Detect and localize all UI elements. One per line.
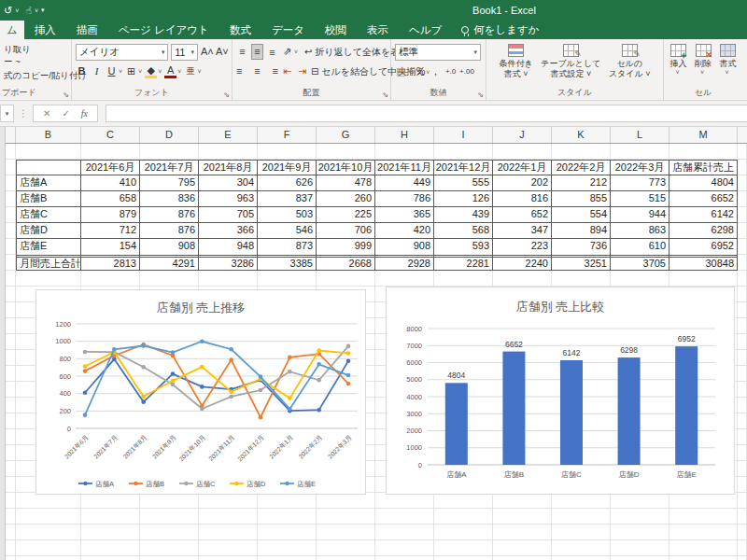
cell[interactable]: 439 [434,207,493,223]
cell[interactable]: 304 [199,175,258,191]
cell[interactable]: 873 [258,239,317,255]
column-header-M[interactable]: M [669,127,738,143]
column-header-G[interactable]: G [317,127,375,143]
cell[interactable] [81,271,140,287]
cell[interactable]: 3251 [552,255,611,271]
cell[interactable]: 610 [611,239,669,255]
enter-icon[interactable]: ✓ [62,108,69,119]
cell[interactable]: 2281 [434,255,493,271]
cell[interactable] [611,144,669,160]
cell[interactable]: 6142 [669,207,738,223]
cell[interactable]: 786 [375,191,434,207]
cell[interactable]: 30848 [669,255,738,271]
currency-dropdown-icon[interactable]: ˅ [408,68,412,75]
cell[interactable]: 999 [317,239,375,255]
cell[interactable] [669,509,738,525]
cell[interactable] [669,271,738,287]
cell[interactable] [493,509,552,525]
cell[interactable] [258,144,317,160]
cell[interactable] [552,144,611,160]
cell[interactable]: 712 [81,223,140,239]
cancel-icon[interactable]: ✕ [43,108,50,119]
cell[interactable] [81,144,140,160]
cell[interactable]: 4291 [140,255,199,271]
fill-color-dropdown-icon[interactable]: ˅ [158,68,162,75]
column-header-L[interactable]: L [611,127,669,143]
cell[interactable]: 6298 [669,223,738,239]
cell[interactable] [493,556,552,560]
cell[interactable] [317,144,375,160]
borders-dropdown-icon[interactable]: ˅ [138,68,142,75]
number-format-select[interactable]: 標準▾ [395,44,481,61]
cell[interactable] [434,493,493,509]
borders-button[interactable]: ⊞ [125,64,137,78]
cell[interactable]: 837 [258,191,317,207]
customize-qat-icon[interactable]: ▾ [41,7,45,14]
cell[interactable] [140,525,199,540]
cell[interactable] [611,509,669,525]
cell[interactable]: 154 [81,239,140,255]
cell[interactable]: 223 [493,239,552,255]
underline-button[interactable]: U [106,64,118,78]
cell[interactable]: 2021年6月 [81,160,140,175]
tab-insert[interactable]: 挿入 [24,21,66,39]
cell[interactable] [199,540,258,556]
cell[interactable]: 876 [140,223,199,239]
redo-icon[interactable]: ↺ [4,5,12,17]
cell[interactable]: 店舗累計売上 [669,160,738,175]
cell[interactable]: 店舗B [16,191,81,207]
cell[interactable] [16,160,81,175]
cell[interactable] [611,271,669,287]
cell[interactable]: 795 [140,175,199,191]
bar-chart[interactable]: 店舗別 売上比較01000200030004000500060007000800… [386,287,735,495]
cell[interactable] [199,525,258,540]
align-left-button[interactable]: ≡ [236,64,248,78]
cell[interactable] [434,540,493,556]
cell[interactable]: 2668 [317,255,375,271]
tab-formulas[interactable]: 数式 [219,21,261,39]
cell[interactable]: 月間売上合計 [16,255,81,271]
cell[interactable]: 2021年10月 [317,160,375,175]
cell[interactable] [552,509,611,525]
increase-indent-button[interactable]: ⇥ [296,64,308,78]
line-chart[interactable]: 店舗別 売上推移0200400600800100012002021年6月2021… [35,289,366,495]
cell[interactable]: 212 [552,175,611,191]
format-painter-button[interactable]: 式のコピー/貼り付け [4,69,67,81]
underline-dropdown-icon[interactable]: ˅ [119,68,122,75]
decrease-indent-button[interactable]: ⇤ [281,64,293,78]
cell[interactable]: 6952 [669,239,738,255]
cell[interactable]: 2021年11月 [375,160,434,175]
cell[interactable]: 260 [317,191,375,207]
format-as-table-button[interactable]: ✎ テーブルとして書式設定 ˅ [541,42,600,87]
cell[interactable] [493,271,552,287]
cell[interactable] [669,493,738,509]
cell[interactable] [434,525,493,540]
cell[interactable] [81,556,140,560]
comma-style-button[interactable]: , [430,64,442,78]
font-size-select[interactable]: 11▾ [171,44,198,61]
cell[interactable]: 2022年1月 [493,160,552,175]
cell[interactable] [375,509,434,525]
cell[interactable] [81,493,140,509]
percent-style-button[interactable]: % [415,64,427,78]
bottom-align-button[interactable]: ≡ [266,43,278,62]
cell[interactable]: 626 [258,175,317,191]
cell[interactable]: 347 [493,223,552,239]
cell[interactable]: 908 [140,239,199,255]
cell[interactable]: 2021年9月 [258,160,317,175]
cell[interactable] [375,540,434,556]
cell[interactable] [16,493,81,509]
cell[interactable] [317,525,375,540]
cell[interactable] [317,271,375,287]
cell[interactable]: 2022年2月 [552,160,611,175]
tab-draw[interactable]: 描画 [66,21,108,39]
fill-color-button[interactable]: ◆ [145,65,157,78]
cell[interactable]: 2928 [375,255,434,271]
cell[interactable]: 2813 [81,255,140,271]
formula-input[interactable] [106,105,747,122]
column-header-I[interactable]: I [434,127,493,143]
cell[interactable]: 3385 [258,255,317,271]
cell[interactable] [669,556,738,560]
tell-me-box[interactable]: 何をしますか [452,21,548,39]
number-dialog-launcher-icon[interactable]: ⇘ [477,91,484,99]
